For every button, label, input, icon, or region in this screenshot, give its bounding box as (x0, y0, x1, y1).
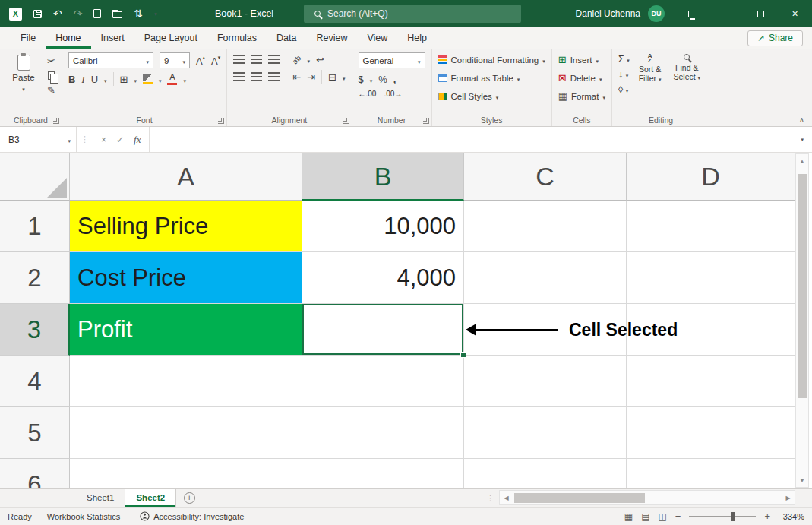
font-size-combo[interactable]: 9 (160, 52, 190, 68)
fill-handle[interactable] (460, 352, 466, 358)
orientation-caret-icon[interactable] (307, 52, 310, 66)
customize-toolbar-caret-icon[interactable] (154, 11, 157, 17)
collapse-ribbon-icon[interactable]: ∧ (799, 115, 804, 124)
font-name-combo[interactable]: Calibri (68, 52, 153, 68)
cell-C6[interactable] (464, 459, 627, 488)
cell-D5[interactable] (627, 407, 795, 459)
scroll-left-icon[interactable]: ◀ (500, 495, 513, 501)
search-box[interactable]: Search (Alt+Q) (304, 5, 521, 23)
vertical-scrollbar[interactable]: ▲ ▼ (795, 153, 809, 488)
excel-logo-icon[interactable]: X (9, 8, 22, 21)
decrease-font-size-icon[interactable]: A (211, 55, 220, 66)
accessibility-status[interactable]: Accessibility: Investigate (140, 511, 244, 521)
open-folder-icon[interactable] (112, 11, 122, 18)
cell-D2[interactable] (627, 252, 795, 304)
tab-review[interactable]: Review (306, 28, 357, 49)
tab-file[interactable]: File (11, 28, 46, 49)
italic-icon[interactable]: I (81, 74, 84, 84)
cut-icon[interactable]: ✂ (47, 56, 55, 66)
name-box[interactable]: B3 (0, 127, 77, 152)
column-header-A[interactable]: A (70, 153, 302, 201)
maximize-button[interactable] (744, 0, 778, 27)
align-right-icon[interactable] (268, 72, 280, 81)
cell-B6[interactable] (302, 459, 464, 488)
normal-view-icon[interactable]: ▦ (624, 511, 633, 522)
new-file-icon[interactable] (93, 9, 101, 18)
workbook-statistics-button[interactable]: Workbook Statistics (47, 512, 140, 521)
underline-icon[interactable]: U (91, 74, 98, 84)
tab-help[interactable]: Help (397, 28, 437, 49)
row-header-5[interactable]: 5 (0, 407, 70, 459)
insert-cells-button[interactable]: ⊞ Insert (558, 52, 605, 67)
expand-formula-bar-icon[interactable] (792, 127, 812, 152)
scroll-down-icon[interactable]: ▼ (796, 473, 808, 487)
row-header-1[interactable]: 1 (0, 201, 70, 252)
row-header-2[interactable]: 2 (0, 252, 70, 304)
undo-icon[interactable]: ↶ (53, 8, 62, 19)
cell-D1[interactable] (627, 201, 795, 252)
formula-input[interactable] (150, 127, 792, 152)
increase-decimal-icon[interactable]: ←.00 (359, 90, 377, 98)
page-break-view-icon[interactable]: ◫ (658, 511, 666, 522)
column-header-B[interactable]: B (302, 153, 464, 201)
percent-style-icon[interactable]: % (378, 74, 387, 84)
align-left-icon[interactable] (233, 72, 245, 81)
merge-center-icon[interactable]: ⊟ (328, 72, 336, 82)
page-layout-view-icon[interactable]: ▤ (641, 511, 649, 522)
redo-icon[interactable]: ↷ (74, 8, 83, 19)
underline-caret-icon[interactable] (104, 72, 107, 86)
format-cells-button[interactable]: ▦ Format (558, 89, 605, 103)
tab-view[interactable]: View (357, 28, 397, 49)
scroll-up-icon[interactable]: ▲ (796, 154, 808, 168)
cell-B3-selected[interactable] (302, 304, 464, 356)
zoom-slider[interactable] (689, 516, 756, 517)
cancel-icon[interactable]: × (101, 134, 106, 145)
sort-ascending-icon[interactable]: ⇅ (134, 8, 143, 19)
sort-filter-button[interactable]: AZ Sort & Filter (636, 52, 665, 112)
accounting-caret-icon[interactable] (370, 72, 373, 86)
row-header-6[interactable]: 6 (0, 459, 70, 488)
save-icon[interactable] (33, 10, 42, 18)
formula-bar-handle[interactable]: ⋮ (77, 127, 93, 152)
find-select-button[interactable]: Find & Select (670, 52, 703, 112)
user-name[interactable]: Daniel Uchenna (576, 8, 640, 19)
tab-scroll-handle[interactable]: ⋮ (482, 489, 499, 507)
minimize-button[interactable]: ─ (709, 0, 744, 27)
zoom-level[interactable]: 334% (779, 512, 804, 521)
orientation-icon[interactable]: ab (291, 53, 303, 65)
zoom-slider-thumb[interactable] (731, 512, 735, 521)
conditional-formatting-button[interactable]: Conditional Formatting (438, 52, 545, 67)
fill-button[interactable]: ↓ (618, 69, 630, 80)
tab-home[interactable]: Home (46, 28, 90, 49)
zoom-out-icon[interactable]: − (675, 511, 681, 522)
increase-indent-icon[interactable]: ⇥ (307, 72, 315, 82)
font-dialog-launcher-icon[interactable] (218, 118, 224, 124)
cell-D6[interactable] (627, 459, 795, 488)
tab-formulas[interactable]: Formulas (207, 28, 267, 49)
enter-icon[interactable]: ✓ (116, 134, 124, 145)
wrap-text-icon[interactable]: ↩ (316, 55, 324, 65)
decrease-indent-icon[interactable]: ⇤ (292, 72, 301, 82)
avatar[interactable]: DU (648, 5, 665, 22)
format-as-table-button[interactable]: Format as Table (438, 71, 545, 85)
paste-button[interactable]: Paste (6, 52, 41, 112)
row-header-4[interactable]: 4 (0, 356, 70, 407)
cell-styles-button[interactable]: Cell Styles (438, 89, 545, 103)
horizontal-scrollbar-thumb[interactable] (514, 493, 645, 503)
select-all-corner[interactable] (0, 153, 70, 201)
align-middle-icon[interactable] (251, 55, 262, 64)
cell-C1[interactable] (464, 201, 627, 252)
fill-color-button[interactable] (143, 74, 153, 84)
merge-center-caret-icon[interactable] (343, 70, 346, 84)
format-painter-icon[interactable]: ✎ (47, 85, 55, 95)
comma-style-icon[interactable]: , (393, 74, 397, 84)
cell-A3[interactable]: Profit (70, 304, 302, 356)
copy-icon[interactable] (48, 71, 55, 80)
cell-A1[interactable]: Selling Price (70, 201, 302, 252)
ribbon-display-options-button[interactable] (675, 0, 709, 27)
cell-A6[interactable] (70, 459, 302, 488)
align-top-icon[interactable] (233, 55, 245, 64)
insert-function-icon[interactable]: fx (134, 134, 141, 146)
cell-C2[interactable] (464, 252, 627, 304)
delete-cells-button[interactable]: ⊠ Delete (558, 71, 605, 85)
